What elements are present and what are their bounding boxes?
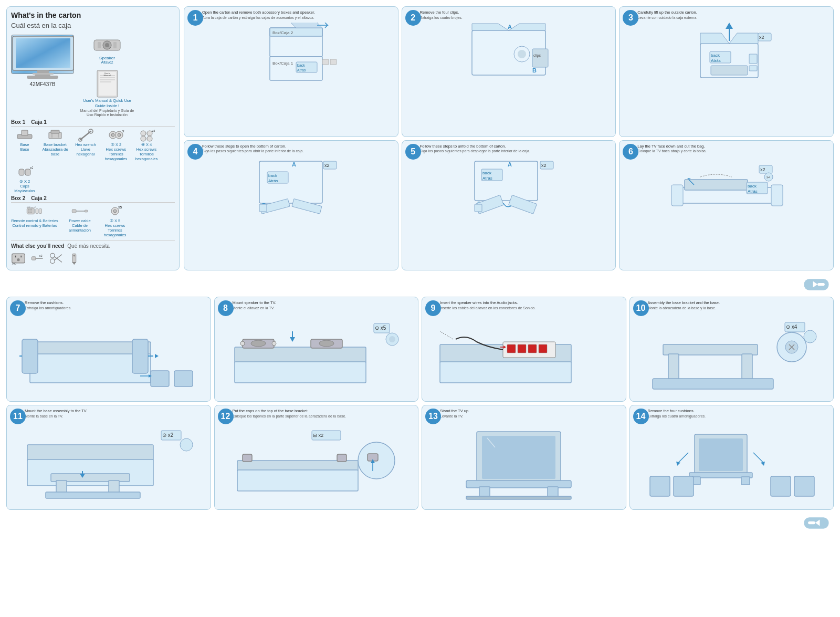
item-power-cable: Power cableCable dealimentación: [61, 204, 98, 237]
step-14-card: 14 Remove the four cushions. Extraiga lo…: [629, 405, 834, 510]
svg-rect-179: [27, 445, 153, 461]
item-hex-screws-x2-label: ⑧ X 2Hex screwsTornilloshexagonales: [105, 142, 128, 161]
svg-rect-219: [808, 521, 815, 524]
item-base-label: BaseBase: [20, 142, 29, 152]
page: What's in the carton Cuál está en la caj…: [0, 0, 840, 539]
svg-point-51: [113, 210, 117, 213]
svg-text:⊙ x4: ⊙ x4: [786, 324, 797, 330]
svg-text:x5: x5: [118, 205, 122, 209]
svg-rect-78: [330, 59, 337, 65]
box2-items: Box 2 Caja 2: [11, 195, 175, 237]
svg-rect-191: [337, 454, 346, 462]
svg-rect-204: [466, 496, 571, 499]
svg-text:B: B: [532, 67, 537, 74]
base-bracket-icon: [47, 128, 64, 142]
svg-text:AC: AC: [12, 262, 17, 266]
section-title-es: Cuál está en la caja: [11, 22, 81, 29]
svg-text:back: back: [297, 64, 305, 67]
svg-rect-3: [33, 73, 54, 75]
back-arrow-icon[interactable]: [803, 277, 830, 292]
caps-icon: x2: [16, 165, 33, 179]
svg-rect-147: [235, 347, 366, 363]
what-else-icons: AC x2: [11, 251, 175, 266]
power-cable-icon: [71, 204, 88, 218]
svg-point-87: [518, 50, 526, 58]
step-11-card: 11 Mount the base assembly to the TV. Mo…: [6, 405, 211, 510]
steps-7-10-grid: 7 Remove the cushions. Extraiga los amor…: [6, 297, 834, 402]
step-5-text: Follow these steps to unfold the bottom …: [420, 144, 613, 154]
step-5-svg: back Atrás A B x2: [451, 156, 566, 216]
item-hex-screws-x5: x5 ⑧ X 5Hex screwsTornilloshexagonales: [101, 204, 129, 237]
steps-1-6-grid: 1 Open the carton and remove both access…: [184, 6, 834, 270]
step-4-svg: back Atrás A B x2: [233, 156, 349, 216]
remote-icon: AAA type x2: [26, 204, 43, 218]
svg-rect-100: [749, 66, 757, 71]
page-nav-arrow-bottom[interactable]: [6, 513, 834, 533]
svg-rect-98: [711, 66, 748, 75]
step-7-text: Remove the cushions. Extraiga los amorti…: [25, 300, 207, 311]
item-hex-wrench: Hex wrenchLlave hexagonal: [72, 128, 99, 161]
svg-text:Atrás: Atrás: [268, 179, 278, 183]
svg-rect-212: [674, 476, 694, 496]
step-2-svg: A clips B: [451, 23, 566, 83]
svg-rect-39: [27, 208, 34, 215]
svg-rect-165: [528, 344, 537, 353]
svg-rect-7: [98, 42, 101, 48]
svg-point-27: [111, 133, 114, 137]
step-5-number: 5: [405, 144, 421, 160]
svg-rect-99: [749, 54, 757, 64]
svg-point-188: [180, 438, 193, 451]
svg-rect-43: [30, 212, 32, 213]
svg-rect-41: [30, 209, 32, 211]
svg-rect-44: [36, 209, 38, 214]
svg-rect-184: [46, 492, 140, 498]
step-6-card: 6 Lay the TV face down and cut the bag. …: [619, 140, 834, 271]
top-section: What's in the carton Cuál está en la caj…: [6, 6, 834, 270]
tv-image: [11, 35, 74, 74]
svg-rect-145: [174, 371, 193, 386]
svg-text:x4: x4: [152, 129, 155, 133]
svg-rect-163: [507, 344, 516, 353]
svg-rect-192: [237, 470, 358, 491]
svg-text:x2: x2: [759, 35, 764, 40]
cutter-icon: [68, 251, 82, 266]
item-caps-label: ⊙ X 2CapsMayúsculas: [14, 179, 35, 193]
svg-rect-140: [22, 339, 38, 373]
step-14-number: 14: [633, 409, 649, 424]
svg-rect-37: [25, 169, 30, 175]
svg-text:Manual: Manual: [103, 74, 110, 77]
step-8-illustration: ⊙ x5: [218, 313, 415, 392]
svg-text:back: back: [748, 184, 757, 189]
what-else-title-en: What else you'll need: [11, 243, 64, 249]
step-6-svg: back Atrás x2: [669, 156, 784, 216]
item-hex-wrench-label: Hex wrenchLlave hexagonal: [72, 142, 99, 156]
svg-point-56: [17, 258, 19, 261]
page-nav-arrow-top[interactable]: [6, 275, 834, 295]
step-10-svg: ⊙ x4: [642, 313, 821, 392]
svg-rect-168: [663, 344, 758, 355]
what-else-scissors: [49, 251, 64, 266]
svg-rect-170: [742, 354, 752, 380]
box1-label: Box 1 Caja 1: [11, 119, 175, 127]
user-manual: User's Manual User's Manual & Quick Use …: [78, 69, 136, 117]
step-10-number: 10: [633, 300, 649, 316]
speaker-label-es: Altavoz: [101, 60, 113, 64]
item-power-cable-label: Power cableCable dealimentación: [69, 218, 91, 233]
step-12-illustration: ⊟ x2: [218, 421, 415, 500]
step-10-text: Assembly the base bracket and the base. …: [648, 300, 831, 311]
item-remote: AAA type x2 Remote control & BatteriesCo…: [11, 204, 58, 237]
svg-rect-169: [668, 354, 679, 380]
svg-point-159: [389, 336, 395, 342]
svg-rect-2: [37, 70, 49, 73]
svg-marker-92: [726, 23, 733, 29]
step-7-svg: [19, 313, 198, 392]
svg-text:x2: x2: [541, 163, 547, 168]
step-8-number: 8: [218, 300, 234, 316]
step-9-svg: [435, 313, 613, 392]
next-arrow-icon[interactable]: [803, 515, 830, 531]
step-2-text: Remove the four clips. Extraiga los cuat…: [420, 10, 613, 20]
box2-label: Box 2 Caja 2: [11, 195, 175, 203]
svg-rect-164: [518, 344, 526, 353]
svg-text:Atrás: Atrás: [482, 176, 492, 181]
svg-rect-77: [322, 59, 329, 65]
